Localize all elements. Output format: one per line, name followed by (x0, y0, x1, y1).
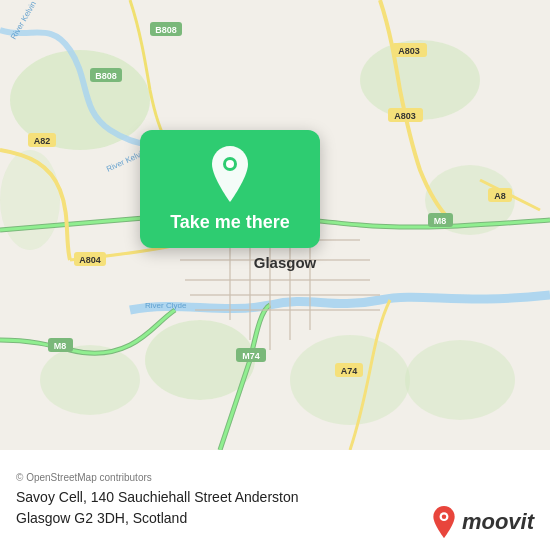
take-me-there-card[interactable]: Take me there (140, 130, 320, 248)
svg-text:A803: A803 (398, 46, 420, 56)
moovit-text: moovit (462, 509, 534, 535)
osm-credit: © OpenStreetMap contributors (16, 472, 534, 483)
app: B808 B808 A82 A803 A803 A8 M8 M8 A804 (0, 0, 550, 550)
location-pin-icon (206, 146, 254, 202)
address-line2: Glasgow G2 3DH, Scotland (16, 510, 187, 526)
svg-text:M8: M8 (54, 341, 67, 351)
svg-text:A74: A74 (341, 366, 358, 376)
svg-text:A803: A803 (394, 111, 416, 121)
take-me-there-label: Take me there (170, 212, 290, 234)
svg-text:Glasgow: Glasgow (254, 254, 317, 271)
svg-text:A82: A82 (34, 136, 51, 146)
map-container: B808 B808 A82 A803 A803 A8 M8 M8 A804 (0, 0, 550, 450)
svg-text:River Clyde: River Clyde (145, 301, 187, 310)
info-bar: © OpenStreetMap contributors Savoy Cell,… (0, 450, 550, 550)
svg-point-6 (290, 335, 410, 425)
svg-point-8 (0, 150, 60, 250)
moovit-pin-icon (430, 506, 458, 538)
svg-text:A8: A8 (494, 191, 506, 201)
svg-point-38 (442, 514, 446, 518)
svg-text:M74: M74 (242, 351, 260, 361)
svg-text:M8: M8 (434, 216, 447, 226)
svg-text:B808: B808 (95, 71, 117, 81)
svg-text:B808: B808 (155, 25, 177, 35)
svg-point-36 (226, 160, 234, 168)
svg-text:A804: A804 (79, 255, 101, 265)
svg-point-7 (405, 340, 515, 420)
moovit-logo: moovit (430, 506, 534, 538)
address-line1: Savoy Cell, 140 Sauchiehall Street Ander… (16, 489, 299, 505)
